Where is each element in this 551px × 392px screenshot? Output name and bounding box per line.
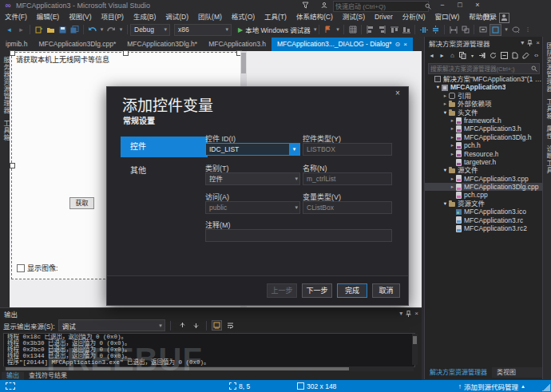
menu-item[interactable]: 生成(B) bbox=[129, 12, 161, 22]
dialog-close-icon[interactable]: × bbox=[392, 89, 403, 97]
navigate-forward-icon[interactable]: ▸ bbox=[438, 50, 446, 61]
panel-tab[interactable]: 类视图 bbox=[492, 367, 521, 378]
close-icon[interactable]: × bbox=[403, 38, 407, 51]
finish-button[interactable]: 完成 bbox=[337, 283, 367, 298]
menu-item[interactable]: 文件(F) bbox=[0, 12, 32, 22]
undo-dropdown-icon[interactable]: ▾ bbox=[99, 25, 105, 35]
tree-row[interactable]: ▸外部依赖项 bbox=[425, 100, 543, 108]
right-strip-tab[interactable]: 工具箱 bbox=[545, 98, 551, 120]
feedback-person-icon[interactable] bbox=[320, 2, 330, 10]
menu-item[interactable]: 工具(T) bbox=[260, 12, 291, 22]
navigate-forward-icon[interactable]: ▸ bbox=[16, 25, 26, 35]
navigate-backward-icon[interactable]: ◂ bbox=[4, 25, 14, 35]
start-debugging-button[interactable]: ▶ 本地 Windows 调试器 ▾ bbox=[238, 25, 316, 34]
tree-expander-icon[interactable]: ▾ bbox=[442, 166, 449, 174]
tree-expander-icon[interactable]: ▸ bbox=[449, 117, 456, 125]
designed-get-button[interactable]: 获取 bbox=[69, 197, 94, 209]
chevron-down-icon[interactable]: ▾ bbox=[503, 25, 509, 35]
output-source-combo[interactable]: 调试 ▾ bbox=[58, 319, 165, 331]
space-across-icon[interactable] bbox=[418, 25, 429, 35]
tree-row[interactable]: ▸MFCApplication3.h bbox=[425, 125, 543, 133]
output-console[interactable]: 线程 0x18c 已退出，返回值为 0 (0x0)。线程 0x3b30 已退出，… bbox=[3, 333, 415, 367]
panel-tab[interactable]: 查找符号结果 bbox=[24, 372, 72, 380]
collapse-all-icon[interactable] bbox=[500, 50, 509, 61]
nav-item-other[interactable]: 其他 bbox=[121, 160, 208, 181]
make-same-width-icon[interactable] bbox=[448, 25, 458, 35]
align-bottoms-icon[interactable] bbox=[401, 25, 411, 35]
window-position-icon[interactable]: ▾ bbox=[399, 310, 402, 317]
tree-row[interactable]: ▸framework.h bbox=[425, 117, 543, 125]
next-button[interactable]: 下一步 bbox=[302, 283, 332, 298]
home-icon[interactable]: ⌂ bbox=[448, 50, 456, 61]
scrollbar-thumb[interactable] bbox=[6, 367, 349, 370]
undo-icon[interactable] bbox=[87, 25, 97, 35]
tree-row[interactable]: ▸引用 bbox=[425, 92, 543, 100]
menu-item[interactable]: 测试(S) bbox=[338, 12, 370, 22]
show-grid-icon[interactable] bbox=[347, 25, 358, 35]
resize-grip[interactable] bbox=[542, 383, 550, 391]
chevron-down-icon[interactable]: ▾ bbox=[470, 50, 474, 61]
pin-icon[interactable]: ⊙ bbox=[395, 38, 401, 51]
editor-tab[interactable]: MFCApplication3..._DIALOG - Dialog*⊙× bbox=[272, 38, 413, 51]
tree-expander-icon[interactable]: ▸ bbox=[449, 133, 456, 141]
right-strip-tab[interactable]: 团队资源管理器 bbox=[545, 42, 551, 93]
close-icon[interactable]: × bbox=[414, 310, 418, 317]
menu-item[interactable]: 项目(P) bbox=[97, 12, 129, 22]
tree-row[interactable]: ▾源文件 bbox=[425, 166, 543, 174]
previous-message-icon[interactable] bbox=[177, 320, 188, 331]
tree-expander-icon[interactable]: ▸ bbox=[449, 175, 456, 183]
tree-expander-icon[interactable]: ▸ bbox=[449, 183, 456, 191]
chevron-down-icon[interactable]: ▾ bbox=[295, 173, 298, 184]
sign-in-link[interactable]: 登录 bbox=[483, 12, 497, 22]
space-down-icon[interactable] bbox=[430, 25, 441, 35]
scrollbar-thumb[interactable] bbox=[241, 53, 246, 73]
checkbox-icon[interactable] bbox=[17, 264, 25, 272]
solution-configuration-combo[interactable]: Debug ▾ bbox=[130, 24, 170, 36]
editor-tab[interactable]: ipmib.h bbox=[0, 38, 33, 51]
menu-item[interactable]: 分析(N) bbox=[398, 12, 430, 22]
designed-show-image-checkbox[interactable]: 显示图像: bbox=[17, 263, 58, 273]
right-strip-tab[interactable]: 诊断工具 bbox=[545, 145, 551, 174]
right-strip-tab[interactable]: 属性 bbox=[545, 125, 551, 140]
new-project-icon[interactable] bbox=[34, 25, 44, 35]
align-lefts-icon[interactable] bbox=[365, 25, 375, 35]
category-combo[interactable]: 控件 ▾ bbox=[205, 172, 300, 185]
tree-row[interactable]: MFCApplication3.ico bbox=[425, 208, 543, 216]
resize-handle[interactable] bbox=[10, 163, 15, 168]
output-horizontal-scrollbar[interactable] bbox=[3, 366, 414, 371]
test-dialog-icon[interactable] bbox=[510, 25, 521, 35]
tree-expander-icon[interactable]: ▸ bbox=[442, 100, 449, 108]
tree-expander-icon[interactable]: ▸ bbox=[449, 141, 456, 149]
refresh-icon[interactable] bbox=[489, 50, 497, 61]
save-icon[interactable] bbox=[57, 25, 68, 35]
editor-tab[interactable]: MFCApplication3Dlg.cpp* bbox=[33, 38, 121, 51]
output-vertical-scrollbar[interactable] bbox=[412, 334, 418, 365]
tree-expander-icon[interactable]: ▾ bbox=[434, 83, 442, 91]
close-icon[interactable]: × bbox=[536, 39, 540, 46]
show-all-files-icon[interactable] bbox=[511, 50, 519, 61]
menu-item[interactable]: 体系结构(C) bbox=[291, 12, 338, 22]
save-all-icon[interactable] bbox=[69, 25, 80, 35]
resize-handle[interactable] bbox=[10, 50, 15, 56]
cancel-button[interactable]: 取消 bbox=[372, 283, 400, 298]
menu-item[interactable]: 视图(V) bbox=[64, 12, 96, 22]
breakpoint-flag-icon[interactable] bbox=[323, 25, 333, 35]
tree-row[interactable]: MFCApplication3.rc2 bbox=[425, 224, 543, 232]
menu-item[interactable]: 编辑(E) bbox=[32, 12, 64, 22]
clear-all-icon[interactable] bbox=[212, 320, 222, 331]
panel-tab[interactable]: 输出 bbox=[2, 372, 24, 380]
close-button[interactable]: × bbox=[470, 0, 485, 10]
tree-row[interactable]: 解决方案"MFCApplication3"(1 个项目) bbox=[425, 75, 543, 83]
toggle-guides-icon[interactable] bbox=[490, 24, 501, 36]
tree-row[interactable]: ▾MFCApplication3 bbox=[425, 83, 543, 91]
sync-with-active-document-icon[interactable] bbox=[478, 50, 486, 61]
output-header[interactable]: 输出 ▾ × bbox=[0, 308, 422, 319]
tree-row[interactable]: targetver.h bbox=[425, 158, 543, 166]
size-to-content-icon[interactable] bbox=[478, 25, 488, 35]
scrollbar-thumb[interactable] bbox=[413, 336, 417, 344]
menu-item[interactable]: 格式(O) bbox=[227, 12, 260, 22]
tree-row[interactable]: ▾资源文件 bbox=[425, 200, 543, 208]
pin-icon[interactable] bbox=[406, 311, 411, 317]
navigate-backward-icon[interactable]: ◂ bbox=[428, 50, 436, 61]
tree-row[interactable]: MFCApplication3.rc bbox=[425, 216, 543, 224]
